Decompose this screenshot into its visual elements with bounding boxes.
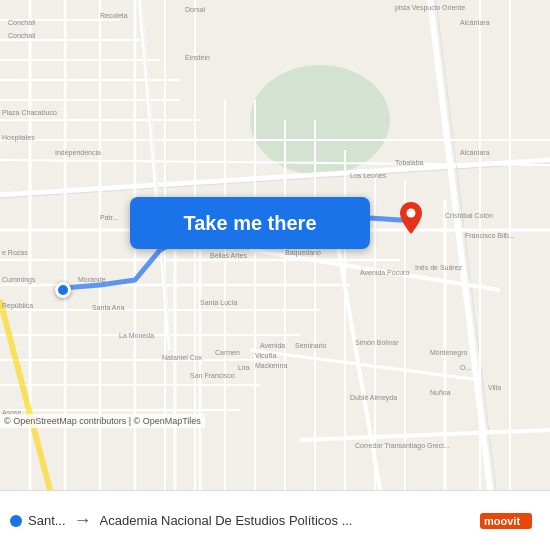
svg-text:O...: O... <box>460 364 471 371</box>
route-info: Sant... → Academia Nacional De Estudios … <box>10 510 472 531</box>
origin-dot <box>10 515 22 527</box>
svg-text:Nataniel Cox: Nataniel Cox <box>162 354 203 361</box>
svg-point-91 <box>407 209 416 218</box>
svg-text:Einstein: Einstein <box>185 54 210 61</box>
svg-text:pista Vespucio Oriente: pista Vespucio Oriente <box>395 4 465 12</box>
svg-text:Alcántara: Alcántara <box>460 149 490 156</box>
svg-text:Villa: Villa <box>488 384 501 391</box>
svg-text:Cristóbal Colón: Cristóbal Colón <box>445 212 493 219</box>
svg-text:Tobalaba: Tobalaba <box>395 159 424 166</box>
svg-text:Simón Bolívar: Simón Bolívar <box>355 339 399 346</box>
map-attribution: © OpenStreetMap contributors | © OpenMap… <box>0 414 205 428</box>
svg-text:Bellas Artes: Bellas Artes <box>210 252 247 259</box>
svg-text:Conchali: Conchali <box>8 19 36 26</box>
svg-text:Independencia: Independencia <box>55 149 101 157</box>
svg-text:Vicuña: Vicuña <box>255 352 276 359</box>
svg-text:moovit: moovit <box>484 515 520 527</box>
svg-text:Dublé Almeyda: Dublé Almeyda <box>350 394 397 402</box>
svg-text:Montenegro: Montenegro <box>430 349 467 357</box>
svg-text:La Moneda: La Moneda <box>119 332 154 339</box>
svg-text:Cummings: Cummings <box>2 276 36 284</box>
svg-text:Lira: Lira <box>238 364 250 371</box>
svg-text:Dorsal: Dorsal <box>185 6 206 13</box>
moovit-icon: moovit <box>480 509 540 533</box>
svg-text:Recoleta: Recoleta <box>100 12 128 19</box>
svg-point-1 <box>250 65 390 175</box>
svg-text:e Rozas: e Rozas <box>2 249 28 256</box>
svg-text:Santa Lucía: Santa Lucía <box>200 299 237 306</box>
svg-text:Carmen: Carmen <box>215 349 240 356</box>
svg-text:Mackenna: Mackenna <box>255 362 287 369</box>
svg-text:Morande: Morande <box>78 276 106 283</box>
svg-text:Avenida: Avenida <box>260 342 285 349</box>
svg-text:Francisco Bilb...: Francisco Bilb... <box>465 232 515 239</box>
take-me-there-button[interactable]: Take me there <box>130 197 370 249</box>
svg-text:San Francisco: San Francisco <box>190 372 235 379</box>
svg-text:Patr...: Patr... <box>100 214 118 221</box>
svg-text:Baquedano: Baquedano <box>285 249 321 257</box>
moovit-logo: moovit <box>480 509 540 533</box>
svg-text:Hospitales: Hospitales <box>2 134 35 142</box>
origin-marker <box>55 282 71 298</box>
svg-text:República: República <box>2 302 33 310</box>
svg-text:Corredor Transantiago Greci...: Corredor Transantiago Greci... <box>355 442 450 450</box>
svg-text:Santa Ana: Santa Ana <box>92 304 124 311</box>
svg-text:Nuñoa: Nuñoa <box>430 389 451 396</box>
svg-text:Conchali: Conchali <box>8 32 36 39</box>
svg-text:Inés de Suárez: Inés de Suárez <box>415 264 463 271</box>
from-label: Sant... <box>28 513 66 528</box>
route-arrow: → <box>74 510 92 531</box>
svg-text:Alcántara: Alcántara <box>460 19 490 26</box>
destination-marker <box>400 202 422 238</box>
svg-text:Seminario: Seminario <box>295 342 327 349</box>
bottom-bar: Sant... → Academia Nacional De Estudios … <box>0 490 550 550</box>
to-label: Academia Nacional De Estudios Políticos … <box>100 513 353 528</box>
svg-text:Avenida Pocuro: Avenida Pocuro <box>360 269 409 276</box>
map-container: Conchali Recoleta Dorsal pista Vespucio … <box>0 0 550 490</box>
svg-text:Plaza Chacabuco: Plaza Chacabuco <box>2 109 57 116</box>
take-me-there-label: Take me there <box>183 212 316 235</box>
svg-text:Los Leones: Los Leones <box>350 172 387 179</box>
